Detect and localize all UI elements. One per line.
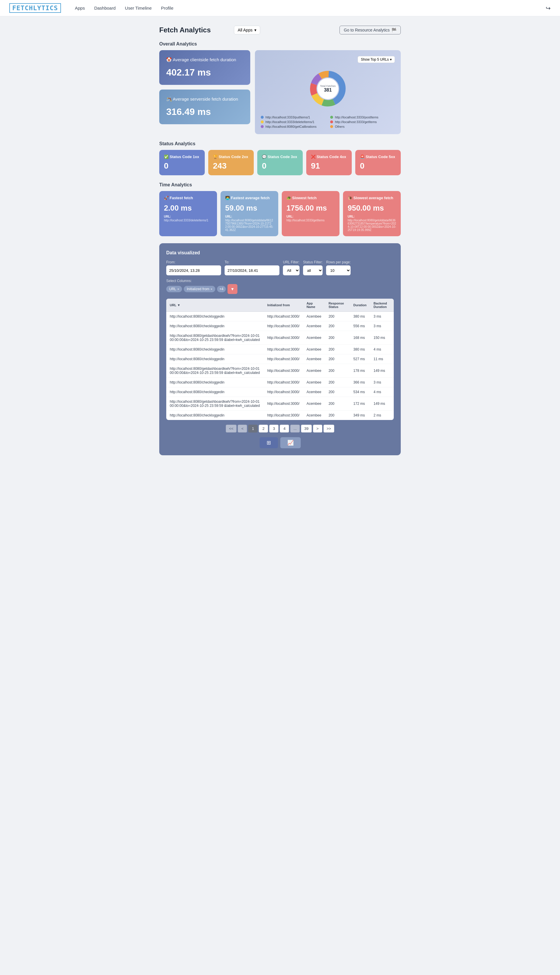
cell-backend: 3 ms bbox=[370, 378, 394, 387]
status-filter-select[interactable]: all bbox=[303, 265, 323, 275]
cell-app: Acembee bbox=[303, 312, 325, 322]
nav-links: Apps Dashboard User Timeline Profile bbox=[75, 5, 173, 10]
table-row[interactable]: http://localhost:8080/checkloggedin http… bbox=[166, 354, 394, 364]
svg-text:381: 381 bbox=[324, 87, 332, 92]
client-metric-value: 402.17 ms bbox=[166, 67, 243, 78]
from-filter-group: From: bbox=[166, 260, 221, 275]
legend-item-0: http://localhost:3333/putItems/1 bbox=[261, 115, 325, 119]
plus-columns-tag[interactable]: +4 bbox=[217, 286, 226, 292]
page-prev-btn[interactable]: < bbox=[238, 425, 247, 433]
url-tag[interactable]: URL × bbox=[166, 286, 182, 292]
legend-item-1: http://localhost:3333/postItems bbox=[330, 115, 395, 119]
table-row[interactable]: http://localhost:8080/getdashboardkwh/?f… bbox=[166, 364, 394, 378]
cell-url: http://localhost:8080/getdashboardkwh/?f… bbox=[166, 397, 264, 411]
table-row[interactable]: http://localhost:8080/getdashboardkwh/?f… bbox=[166, 397, 394, 411]
page-first-btn[interactable]: << bbox=[226, 425, 237, 433]
cell-url: http://localhost:8080/getdashboardkwh/?f… bbox=[166, 364, 264, 378]
cell-duration: 172 ms bbox=[350, 397, 370, 411]
data-viz-title: Data visualized bbox=[166, 250, 394, 255]
initialized-tag-remove[interactable]: × bbox=[211, 287, 212, 291]
cell-url: http://localhost:8080/checkloggedin bbox=[166, 354, 264, 364]
cell-app: Acembee bbox=[303, 397, 325, 411]
table-row[interactable]: http://localhost:8080/checkloggedin http… bbox=[166, 387, 394, 397]
table-row[interactable]: http://localhost:8080/checkloggedin http… bbox=[166, 322, 394, 331]
col-backend[interactable]: Backend Duration bbox=[370, 299, 394, 312]
col-app[interactable]: App Name bbox=[303, 299, 325, 312]
page-1-btn[interactable]: 1 bbox=[248, 425, 258, 433]
fastest-fetch-card: 🚀 Fastest fetch 2.00 ms URL: http://loca… bbox=[159, 191, 217, 236]
to-input[interactable] bbox=[225, 265, 279, 275]
go-to-resource-button[interactable]: Go to Resource Analytics 🏁 bbox=[340, 26, 401, 34]
table-row[interactable]: http://localhost:8080/checkloggedin http… bbox=[166, 378, 394, 387]
all-apps-dropdown[interactable]: All Apps ▾ bbox=[234, 26, 260, 34]
from-input[interactable] bbox=[166, 265, 221, 275]
cell-backend: 4 ms bbox=[370, 345, 394, 354]
to-label: To: bbox=[225, 260, 279, 264]
cell-duration: 534 ms bbox=[350, 387, 370, 397]
overall-section-title: Overall Analytics bbox=[159, 42, 401, 47]
donut-chart: Total Fetches 381 bbox=[305, 65, 351, 112]
dropdown-chevron-icon: ▾ bbox=[254, 28, 257, 32]
page-4-btn[interactable]: 4 bbox=[280, 425, 289, 433]
server-metric-value: 316.49 ms bbox=[166, 107, 243, 117]
col-duration[interactable]: Duration bbox=[350, 299, 370, 312]
nav-profile[interactable]: Profile bbox=[161, 5, 173, 10]
url-tag-remove[interactable]: × bbox=[177, 287, 179, 291]
status-card-1xx: ✅ Status Code 1xx 0 bbox=[159, 150, 205, 175]
metric-cards-column: 🤡 Average clientside fetch duration 402.… bbox=[159, 50, 250, 134]
legend-dot-0 bbox=[261, 116, 264, 119]
fastest-url: http://localhost:3333/deleteItems/1 bbox=[164, 219, 212, 222]
status-value-2xx: 243 bbox=[213, 161, 249, 171]
server-metric-card: 🪃 Average serverside fetch duration 316.… bbox=[159, 90, 250, 124]
logout-icon[interactable]: ↪ bbox=[546, 5, 551, 12]
status-card-3xx: 💬 Status Code 3xx 0 bbox=[257, 150, 303, 175]
chart-view-btn[interactable]: 📈 bbox=[280, 437, 301, 448]
cell-app: Acembee bbox=[303, 354, 325, 364]
columns-label: Select Columns: bbox=[166, 279, 237, 283]
to-filter-group: To: bbox=[225, 260, 279, 275]
cell-backend: 150 ms bbox=[370, 331, 394, 345]
cell-url: http://localhost:8080/checkloggedin bbox=[166, 378, 264, 387]
cell-initialized: http://localhost:3000/ bbox=[264, 322, 303, 331]
table-row[interactable]: http://localhost:8080/getdashboardkwh/?f… bbox=[166, 331, 394, 345]
page-3-btn[interactable]: 3 bbox=[269, 425, 278, 433]
data-table: URL ▼ Initialized from App Name Response… bbox=[166, 299, 394, 420]
filter-sort-button[interactable]: ▼ bbox=[228, 284, 237, 294]
rows-per-page-select[interactable]: 10 25 50 bbox=[326, 265, 351, 275]
logo: FETCHLYTICS bbox=[9, 3, 61, 13]
url-filter-select[interactable]: All bbox=[283, 265, 300, 275]
table-row[interactable]: http://localhost:8080/checkloggedin http… bbox=[166, 411, 394, 420]
slowest-avg-url-label: URL: bbox=[348, 215, 396, 218]
page-2-btn[interactable]: 2 bbox=[259, 425, 268, 433]
cell-backend: 149 ms bbox=[370, 397, 394, 411]
table-row[interactable]: http://localhost:8080/checkloggedin http… bbox=[166, 345, 394, 354]
page-last-btn[interactable]: >> bbox=[323, 425, 334, 433]
cell-initialized: http://localhost:3000/ bbox=[264, 312, 303, 322]
col-url[interactable]: URL ▼ bbox=[166, 299, 264, 312]
cell-initialized: http://localhost:3000/ bbox=[264, 354, 303, 364]
initialized-from-tag[interactable]: Initialized from × bbox=[184, 286, 215, 292]
status-value-3xx: 0 bbox=[262, 161, 298, 171]
table-row[interactable]: http://localhost:8080/checkloggedin http… bbox=[166, 312, 394, 322]
show-top-urls-button[interactable]: Show Top 5 URLs ▾ bbox=[358, 56, 395, 63]
cell-duration: 349 ms bbox=[350, 411, 370, 420]
columns-filter-group: Select Columns: URL × Initialized from ×… bbox=[166, 279, 237, 294]
status-value-5xx: 0 bbox=[360, 161, 396, 171]
legend-item-4: http://localhost:8080/getCalibrations bbox=[261, 125, 325, 128]
page-next-btn[interactable]: > bbox=[313, 425, 322, 433]
status-grid: ✅ Status Code 1xx 0 🏆 Status Code 2xx 24… bbox=[159, 150, 401, 175]
page-header: Fetch Analytics All Apps ▾ Go to Resourc… bbox=[159, 26, 401, 34]
col-status[interactable]: Response Status bbox=[325, 299, 350, 312]
nav-user-timeline[interactable]: User Timeline bbox=[125, 5, 152, 10]
cell-status: 200 bbox=[325, 331, 350, 345]
col-initialized[interactable]: Initialized from bbox=[264, 299, 303, 312]
legend-item-3: http://localhost:3333/getItems bbox=[330, 120, 395, 124]
nav-dashboard[interactable]: Dashboard bbox=[94, 5, 115, 10]
cell-url: http://localhost:8080/checkloggedin bbox=[166, 312, 264, 322]
columns-tags-container: URL × Initialized from × +4 ▼ bbox=[166, 284, 237, 294]
legend-dot-3 bbox=[330, 120, 333, 123]
cell-status: 200 bbox=[325, 397, 350, 411]
table-view-btn[interactable]: ⊞ bbox=[260, 437, 278, 448]
nav-apps[interactable]: Apps bbox=[75, 5, 85, 10]
page-39-btn[interactable]: 39 bbox=[301, 425, 312, 433]
